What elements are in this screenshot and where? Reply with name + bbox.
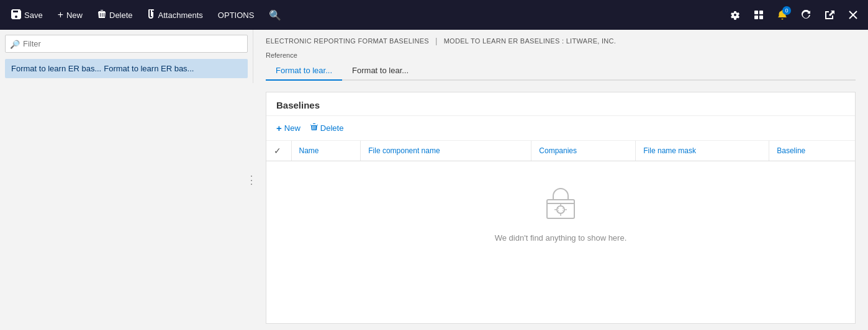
- baselines-table: ✓ Name File component name Companies Fil…: [266, 141, 855, 323]
- content-area: ELECTRONIC REPORTING FORMAT BASELINES | …: [253, 30, 868, 330]
- external-link-button[interactable]: [820, 5, 839, 25]
- new-button[interactable]: + New: [52, 6, 89, 24]
- delete-button[interactable]: Delete: [91, 6, 139, 25]
- baselines-toolbar: + New Delete: [266, 116, 855, 141]
- close-button[interactable]: [843, 5, 863, 25]
- settings-icon-button[interactable]: [725, 5, 745, 25]
- notification-badge: 0: [782, 6, 791, 15]
- empty-state: We didn't find anything to show here.: [266, 161, 855, 267]
- resize-handle[interactable]: ⋮: [246, 173, 257, 187]
- svg-rect-0: [754, 11, 758, 14]
- empty-state-text: We didn't find anything to show here.: [495, 233, 627, 243]
- svg-rect-3: [759, 16, 763, 19]
- attachments-button[interactable]: Attachments: [142, 6, 209, 25]
- baselines-delete-button[interactable]: Delete: [310, 121, 344, 135]
- col-check: ✓: [266, 141, 291, 161]
- refresh-button[interactable]: [796, 5, 816, 25]
- search-icon: 🔍: [269, 9, 281, 21]
- list-item[interactable]: Format to learn ER bas... Format to lear…: [5, 59, 248, 78]
- title-bar: Save + New Delete Attachments OPTIONS 🔍 …: [0, 0, 868, 30]
- table-header-row: ✓ Name File component name Companies Fil…: [266, 141, 855, 161]
- baselines-new-button[interactable]: + New: [276, 121, 301, 135]
- plus-icon: +: [58, 9, 63, 20]
- title-bar-right: 0: [725, 5, 863, 25]
- options-label: OPTIONS: [218, 11, 255, 20]
- tab-format-1[interactable]: Format to lear...: [266, 61, 342, 81]
- svg-rect-2: [754, 16, 758, 19]
- baselines-delete-label: Delete: [320, 123, 344, 133]
- col-companies: Companies: [531, 141, 636, 161]
- save-icon: [11, 9, 21, 21]
- filter-icon: 🔎: [10, 39, 20, 48]
- reference-section: Reference Format to lear... Format to le…: [253, 49, 868, 86]
- trash-icon: [310, 123, 318, 133]
- svg-point-7: [557, 206, 564, 213]
- paperclip-icon: [148, 9, 155, 21]
- new-label: New: [66, 11, 83, 20]
- breadcrumb-separator: |: [435, 36, 438, 45]
- filter-wrap: 🔎: [5, 35, 248, 53]
- breadcrumb: ELECTRONIC REPORTING FORMAT BASELINES | …: [253, 30, 868, 49]
- tab-format-2[interactable]: Format to lear...: [342, 61, 418, 81]
- reference-tabs: Format to lear... Format to lear...: [266, 61, 856, 81]
- breadcrumb-part2: MODEL TO LEARN ER BASELINES : LITWARE, I…: [444, 37, 617, 45]
- col-baseline: Baseline: [769, 141, 855, 161]
- col-file-mask: File name mask: [636, 141, 769, 161]
- sidebar-list: Format to learn ER bas... Format to lear…: [5, 59, 248, 78]
- plus-icon: +: [276, 123, 282, 133]
- item-label-1: Format to learn ER bas...: [11, 64, 101, 73]
- baselines-title: Baselines: [266, 92, 855, 116]
- main-layout: 🔎 Format to learn ER bas... Format to le…: [0, 30, 868, 330]
- office-icon-button[interactable]: [749, 5, 769, 25]
- delete-label: Delete: [109, 11, 133, 20]
- baselines-panel: Baselines + New Delete ✓: [266, 92, 856, 324]
- breadcrumb-part1: ELECTRONIC REPORTING FORMAT BASELINES: [266, 37, 429, 45]
- baselines-new-label: New: [284, 123, 301, 133]
- sidebar: 🔎 Format to learn ER bas... Format to le…: [0, 30, 253, 83]
- save-label: Save: [24, 11, 43, 20]
- options-button[interactable]: OPTIONS: [212, 7, 261, 24]
- svg-rect-1: [759, 11, 763, 14]
- notification-button[interactable]: 0: [772, 5, 792, 25]
- reference-label: Reference: [266, 51, 856, 59]
- col-name: Name: [291, 141, 361, 161]
- delete-icon: [97, 9, 106, 21]
- col-file-component: File component name: [361, 141, 531, 161]
- sidebar-container: 🔎 Format to learn ER bas... Format to le…: [0, 30, 253, 330]
- search-button[interactable]: 🔍: [263, 6, 287, 25]
- item-label-2: Format to learn ER bas...: [104, 64, 194, 73]
- save-button[interactable]: Save: [5, 6, 49, 25]
- filter-input[interactable]: [5, 35, 248, 53]
- attachments-label: Attachments: [158, 11, 203, 20]
